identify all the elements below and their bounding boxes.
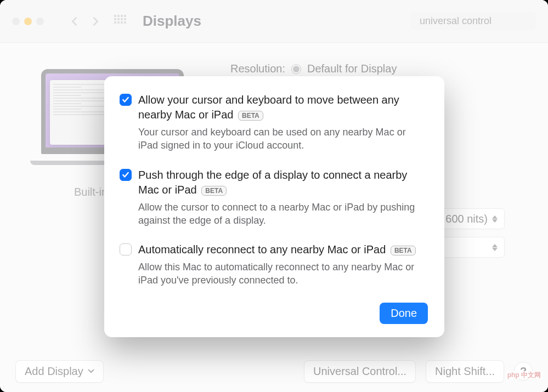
option-title: Automatically reconnect to any nearby Ma… — [138, 242, 428, 257]
option-push-through: Push through the edge of a display to co… — [120, 168, 428, 228]
checkbox-auto-reconnect[interactable] — [120, 243, 132, 255]
checkbox-push-through[interactable] — [120, 169, 132, 181]
checkbox-allow-cursor[interactable] — [120, 94, 132, 106]
option-description: Your cursor and keyboard can be used on … — [138, 126, 428, 152]
option-title: Push through the edge of a display to co… — [138, 168, 428, 197]
option-title: Allow your cursor and keyboard to move b… — [138, 93, 428, 122]
option-description: Allow this Mac to automatically reconnec… — [138, 260, 428, 287]
beta-badge: BETA — [391, 246, 416, 255]
system-preferences-window: Displays Si Built-in Liq — [0, 0, 548, 392]
option-allow-cursor: Allow your cursor and keyboard to move b… — [120, 93, 428, 152]
universal-control-dialog: Allow your cursor and keyboard to move b… — [104, 76, 444, 337]
option-description: Allow the cursor to connect to a nearby … — [138, 201, 428, 228]
beta-badge: BETA — [238, 111, 263, 121]
done-button[interactable]: Done — [380, 303, 428, 324]
option-auto-reconnect: Automatically reconnect to any nearby Ma… — [120, 242, 428, 287]
check-icon — [122, 171, 129, 179]
check-icon — [122, 96, 129, 104]
beta-badge: BETA — [201, 186, 227, 196]
